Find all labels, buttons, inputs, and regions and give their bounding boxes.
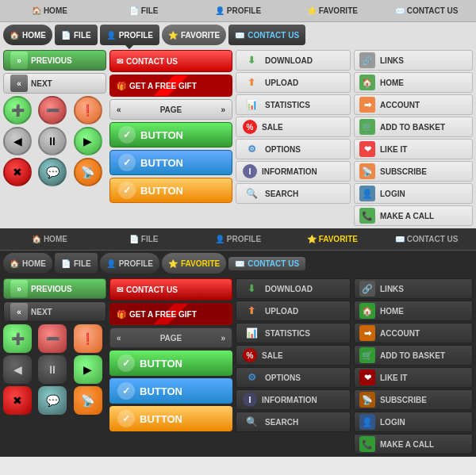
- login-btn-light[interactable]: 👤 LOGIN: [354, 183, 473, 204]
- contact-btn-dark[interactable]: ✉ CONTACT US: [109, 278, 232, 301]
- dark-nav-favorite-plain[interactable]: ⭐ FAVORITE: [286, 233, 378, 245]
- dark-nav-profile-plain[interactable]: 👤 PROFILE: [192, 233, 285, 245]
- page-nav-btn-light[interactable]: « PAGE »: [109, 99, 232, 120]
- star-icon: ⭐: [307, 6, 317, 15]
- big-btn-orange-light[interactable]: ✓ BUTTON: [109, 178, 232, 203]
- nav-favorite-plain[interactable]: ⭐ FAVORITE: [286, 5, 378, 17]
- links-btn-dark[interactable]: 🔗 LINKS: [354, 278, 473, 299]
- sale-btn-dark[interactable]: % SALE: [236, 345, 351, 366]
- dark-styled-nav-favorite[interactable]: ⭐ FAVORITE: [162, 253, 226, 274]
- download-btn-dark[interactable]: ⬇ DOWNLOAD: [236, 278, 351, 299]
- mail-icon: ✉️: [395, 6, 405, 15]
- download-icon-light: ⬇: [243, 52, 260, 69]
- account-btn-dark[interactable]: ➡ ACCOUNT: [354, 323, 473, 343]
- page-nav-btn-dark[interactable]: « PAGE »: [109, 328, 232, 348]
- basket-btn-dark[interactable]: 🛒 ADD TO BASKET: [354, 345, 473, 366]
- information-btn-dark[interactable]: i INFORMATION: [236, 389, 351, 410]
- circle-pause-light[interactable]: ⏸: [38, 127, 67, 155]
- dark-circle-x[interactable]: ✖: [3, 386, 32, 415]
- information-btn-light[interactable]: i INFORMATION: [236, 161, 351, 182]
- prev-btn-dark[interactable]: » PREVIOUS: [3, 278, 106, 299]
- upload-btn-dark[interactable]: ⬆ UPLOAD: [236, 301, 351, 321]
- circle-minus-light[interactable]: ➖: [38, 96, 67, 124]
- dark-nav-file-plain[interactable]: 📄 FILE: [98, 233, 190, 245]
- star-icon-styled: ⭐: [168, 31, 178, 40]
- search-btn-light[interactable]: 🔍 SEARCH: [236, 183, 351, 204]
- right-col-dark: 🔗 LINKS 🏠 HOME ➡ ACCOUNT 🛒 ADD TO BASKET…: [354, 278, 473, 454]
- links-btn-light[interactable]: 🔗 LINKS: [354, 50, 473, 71]
- dark-nav-contact-plain[interactable]: ✉️ CONTACT US: [380, 233, 473, 245]
- download-btn-light[interactable]: ⬇ DOWNLOAD: [236, 50, 351, 71]
- home-btn-dark[interactable]: 🏠 HOME: [354, 301, 473, 321]
- subscribe-btn-dark[interactable]: 📡 SUBSCRIBE: [354, 389, 473, 410]
- like-btn-light[interactable]: ❤ LIKE IT: [354, 139, 473, 159]
- login-btn-dark[interactable]: 👤 LOGIN: [354, 412, 473, 432]
- gift-btn-light[interactable]: 🎁 GET A FREE GIFT: [109, 75, 232, 97]
- subscribe-btn-light[interactable]: 📡 SUBSCRIBE: [354, 161, 473, 182]
- options-btn-dark[interactable]: ⚙ OPTIONS: [236, 367, 351, 388]
- call-btn-dark[interactable]: 📞 MAKE A CALL: [354, 434, 473, 454]
- basket-btn-light[interactable]: 🛒 ADD TO BASKET: [354, 117, 473, 137]
- styled-nav-favorite[interactable]: ⭐ FAVORITE: [162, 25, 226, 45]
- dark-circle-pause[interactable]: ⏸: [38, 355, 67, 384]
- circle-plus-light[interactable]: ➕: [3, 96, 32, 124]
- styled-nav-file[interactable]: 📄 FILE: [55, 25, 98, 45]
- styled-nav-dark: 🏠 HOME 📄 FILE 👤 PROFILE ⭐ FAVORITE ✉️ CO…: [0, 251, 476, 276]
- heart-icon-dark: ❤: [359, 370, 375, 385]
- dark-circle-minus[interactable]: ➖: [38, 324, 67, 353]
- styled-nav-profile[interactable]: 👤 PROFILE: [100, 25, 159, 45]
- circle-chat-light[interactable]: 💬: [38, 158, 67, 186]
- call-btn-light[interactable]: 📞 MAKE A CALL: [354, 205, 473, 226]
- dark-circle-chat[interactable]: 💬: [38, 386, 67, 415]
- dark-circle-plus[interactable]: ➕: [3, 324, 32, 353]
- circle-rss-light[interactable]: 📡: [74, 158, 102, 186]
- statistics-btn-dark[interactable]: 📊 STATISTICS: [236, 323, 351, 343]
- mail-icon-dark-contact: ✉️: [235, 259, 244, 268]
- dark-styled-nav-home[interactable]: 🏠 HOME: [3, 253, 52, 274]
- dark-circle-play[interactable]: ▶: [74, 355, 102, 384]
- nav-contact-plain[interactable]: ✉️ CONTACT US: [380, 5, 473, 17]
- statistics-btn-light[interactable]: 📊 STATISTICS: [236, 94, 351, 115]
- next-btn-dark[interactable]: « NEXT: [3, 301, 106, 322]
- circle-play-light[interactable]: ▶: [74, 127, 102, 155]
- contact-btn-light[interactable]: ✉ CONTACT US: [109, 50, 232, 72]
- search-btn-dark[interactable]: 🔍 SEARCH: [236, 412, 351, 432]
- gift-btn-dark[interactable]: 🎁 GET A FREE GIFT: [109, 303, 232, 325]
- nav-profile-plain[interactable]: 👤 PROFILE: [192, 5, 285, 17]
- dark-circle-alert[interactable]: ❗: [74, 324, 102, 353]
- prev-button-light[interactable]: » PREVIOUS: [3, 50, 106, 71]
- circle-alert-light[interactable]: ❗: [74, 96, 102, 124]
- big-btn-green-light[interactable]: ✓ BUTTON: [109, 122, 232, 147]
- dark-styled-nav-file[interactable]: 📄 FILE: [55, 253, 98, 274]
- sale-btn-light[interactable]: % SALE: [236, 117, 351, 137]
- styled-nav-home[interactable]: 🏠 HOME: [3, 25, 52, 45]
- big-btn-blue-dark[interactable]: ✓ BUTTON: [109, 378, 232, 404]
- left-column-light: » PREVIOUS « NEXT ➕ ➖ ❗ ◀ ⏸ ▶ ✖ 💬 📡: [3, 50, 106, 226]
- prev-arrow-dark: »: [10, 280, 28, 297]
- next-arrow-light: «: [10, 75, 28, 92]
- nav-file-plain[interactable]: 📄 FILE: [98, 5, 190, 17]
- dark-nav-home-plain[interactable]: 🏠 HOME: [3, 233, 96, 245]
- mail-icon-dark: ✉️: [395, 235, 405, 243]
- dark-styled-nav-contact[interactable]: ✉️ CONTACT US: [228, 257, 305, 270]
- mid-left-col-light: ✉ CONTACT US 🎁 GET A FREE GIFT « PAGE » …: [109, 50, 232, 226]
- like-btn-dark[interactable]: ❤ LIKE IT: [354, 367, 473, 388]
- circle-left-light[interactable]: ◀: [3, 127, 32, 155]
- info-icon-light: i: [243, 164, 257, 178]
- nav-home-plain[interactable]: 🏠 HOME: [3, 5, 96, 17]
- options-btn-light[interactable]: ⚙ OPTIONS: [236, 139, 351, 159]
- home-btn-light[interactable]: 🏠 HOME: [354, 72, 473, 93]
- next-button-light[interactable]: « NEXT: [3, 73, 106, 94]
- styled-nav-contact[interactable]: ✉️ CONTACT US: [228, 25, 305, 45]
- account-btn-light[interactable]: ➡ ACCOUNT: [354, 94, 473, 115]
- dark-circle-rss[interactable]: 📡: [74, 386, 102, 415]
- big-btn-blue-light[interactable]: ✓ BUTTON: [109, 150, 232, 175]
- big-btn-orange-dark[interactable]: ✓ BUTTON: [109, 406, 232, 431]
- big-btn-green-dark[interactable]: ✓ BUTTON: [109, 351, 232, 376]
- next-arrow-dark: «: [10, 303, 28, 320]
- upload-btn-light[interactable]: ⬆ UPLOAD: [236, 72, 351, 93]
- dark-styled-nav-profile[interactable]: 👤 PROFILE: [100, 253, 159, 274]
- circle-x-light[interactable]: ✖: [3, 158, 32, 186]
- account-icon-dark: ➡: [359, 325, 375, 341]
- dark-circle-left[interactable]: ◀: [3, 355, 32, 384]
